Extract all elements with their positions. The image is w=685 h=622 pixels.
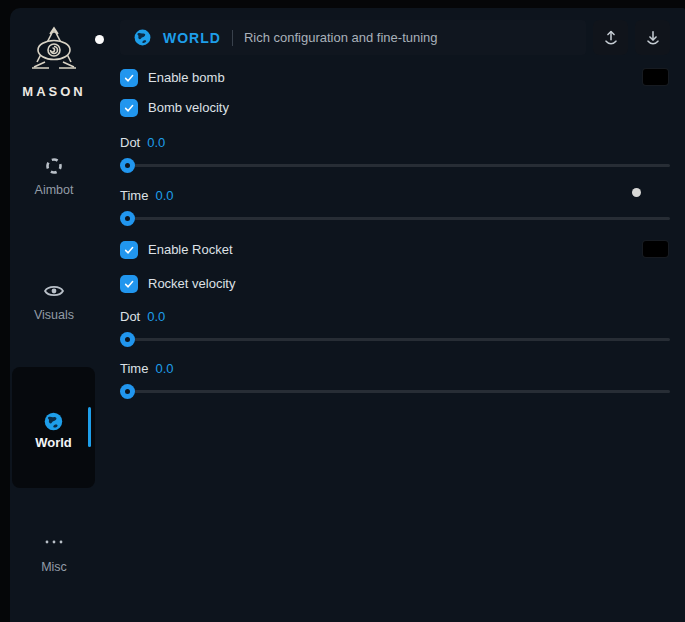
rocket-color-swatch[interactable] (643, 241, 668, 257)
slider-name: Time (120, 361, 148, 376)
check-icon (123, 244, 135, 256)
download-icon (644, 29, 662, 47)
globe-icon (133, 28, 152, 47)
slider-value: 0.0 (147, 309, 165, 324)
divider (232, 30, 233, 46)
bomb-time-slider[interactable] (120, 217, 670, 220)
sidebar-item-label: Visuals (10, 308, 98, 322)
slider-name: Time (120, 188, 148, 203)
selected-indicator (88, 407, 91, 447)
sidebar: MASON Aimbot Visuals (10, 8, 98, 622)
checkbox-row-rocket-velocity: Rocket velocity (120, 274, 670, 293)
header: WORLD Rich configuration and fine-tuning (120, 20, 670, 55)
download-config-button[interactable] (635, 20, 670, 55)
upload-icon (602, 29, 620, 47)
bomb-velocity-checkbox[interactable] (120, 99, 138, 117)
sidebar-item-misc[interactable]: Misc (10, 533, 98, 574)
page-subtitle: Rich configuration and fine-tuning (244, 30, 438, 45)
slider-label-bomb-time: Time 0.0 (120, 188, 670, 203)
crosshair-icon (10, 156, 98, 178)
sidebar-item-aimbot[interactable]: Aimbot (10, 156, 98, 197)
ellipsis-icon (10, 533, 98, 555)
sidebar-item-world[interactable]: World (12, 367, 95, 488)
slider-thumb[interactable] (120, 332, 135, 347)
slider-thumb[interactable] (120, 384, 135, 399)
eye-icon (10, 281, 98, 303)
globe-icon (12, 411, 95, 436)
slider-thumb[interactable] (120, 158, 135, 173)
masonic-eye-icon (25, 24, 83, 80)
slider-label-bomb-dot: Dot 0.0 (120, 135, 670, 150)
slider-name: Dot (120, 309, 140, 324)
check-icon (123, 278, 135, 290)
slider-label-rocket-dot: Dot 0.0 (120, 309, 670, 324)
checkbox-label: Enable Rocket (148, 242, 233, 257)
sidebar-item-label: Aimbot (10, 183, 98, 197)
app-logo: MASON (10, 24, 98, 99)
check-icon (123, 102, 135, 114)
bomb-color-swatch[interactable] (643, 69, 668, 85)
rocket-dot-slider[interactable] (120, 338, 670, 341)
slider-thumb[interactable] (120, 211, 135, 226)
checkbox-label: Bomb velocity (148, 100, 229, 115)
upload-config-button[interactable] (593, 20, 628, 55)
sidebar-item-label: World (12, 435, 95, 450)
slider-value: 0.0 (155, 188, 173, 203)
checkbox-row-enable-rocket: Enable Rocket (120, 240, 670, 259)
sidebar-item-label: Misc (10, 560, 98, 574)
slider-value: 0.0 (147, 135, 165, 150)
checkbox-label: Enable bomb (148, 70, 225, 85)
enable-rocket-checkbox[interactable] (120, 241, 138, 259)
slider-name: Dot (120, 135, 140, 150)
checkbox-row-bomb-velocity: Bomb velocity (120, 98, 670, 117)
cursor-dot (95, 35, 104, 44)
main-panel: WORLD Rich configuration and fine-tuning (120, 8, 682, 622)
rocket-time-slider[interactable] (120, 390, 670, 393)
tab-header: WORLD Rich configuration and fine-tuning (120, 20, 586, 55)
cursor-dot (632, 188, 641, 197)
check-icon (123, 72, 135, 84)
sidebar-item-visuals[interactable]: Visuals (10, 281, 98, 322)
logo-text: MASON (10, 84, 98, 99)
slider-value: 0.0 (155, 361, 173, 376)
app-window: MASON Aimbot Visuals (10, 8, 685, 622)
page-title: WORLD (163, 30, 221, 46)
enable-bomb-checkbox[interactable] (120, 69, 138, 87)
rocket-velocity-checkbox[interactable] (120, 275, 138, 293)
checkbox-row-enable-bomb: Enable bomb (120, 68, 670, 87)
bomb-dot-slider[interactable] (120, 164, 670, 167)
slider-label-rocket-time: Time 0.0 (120, 361, 670, 376)
checkbox-label: Rocket velocity (148, 276, 235, 291)
